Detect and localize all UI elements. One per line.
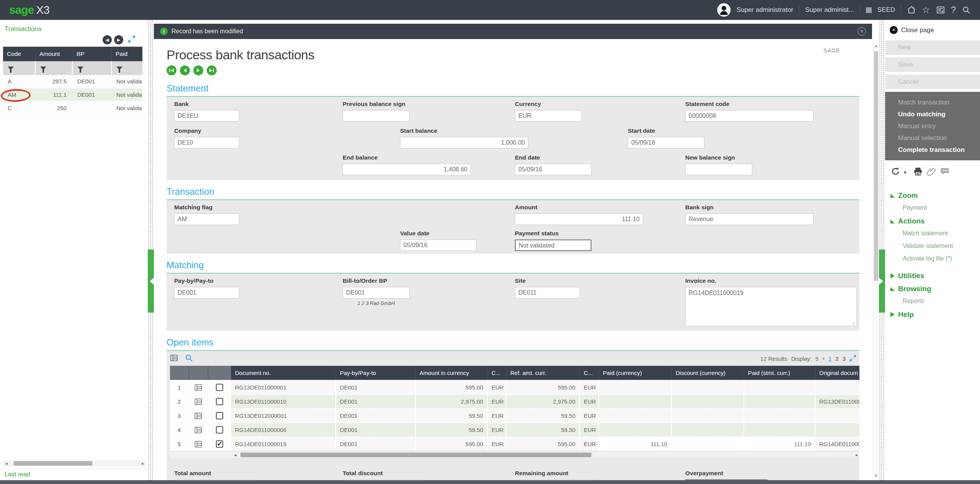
- col-header-ref-amt[interactable]: Ref. amt. curr.: [506, 366, 580, 380]
- col-header-amount-currency[interactable]: Amount in currency: [416, 366, 488, 380]
- next-record-icon[interactable]: [193, 65, 203, 77]
- previous-record-icon[interactable]: [180, 65, 190, 77]
- scrollbar-thumb[interactable]: [14, 461, 92, 466]
- col-header-code[interactable]: Code: [3, 47, 36, 61]
- scroll-left-icon[interactable]: ◂: [5, 461, 8, 466]
- close-page-button[interactable]: ✕ Close page: [885, 20, 980, 34]
- page-2[interactable]: 2: [835, 355, 838, 362]
- pay-by-field[interactable]: DE001: [174, 287, 239, 298]
- left-splitter[interactable]: [148, 20, 154, 480]
- col-header-paid-stmt[interactable]: Paid (stmt. curr.): [744, 366, 815, 380]
- user-role[interactable]: Super administ...: [805, 6, 854, 14]
- row-checkbox[interactable]: [216, 398, 223, 405]
- print-icon[interactable]: [913, 166, 923, 178]
- right-splitter[interactable]: [879, 20, 885, 480]
- invoice-no-textarea[interactable]: RG14DE011000019: [685, 287, 857, 326]
- matching-flag-field[interactable]: AM: [174, 213, 239, 225]
- row-checkbox[interactable]: [216, 412, 223, 419]
- browsing-section-header[interactable]: Browsing: [890, 285, 980, 293]
- match-transaction-item[interactable]: Match transaction: [885, 96, 980, 108]
- search-icon[interactable]: [962, 5, 971, 15]
- expand-grid-icon[interactable]: [849, 355, 856, 363]
- activate-log-file-link[interactable]: Activate log file (*): [890, 254, 980, 263]
- payment-link[interactable]: Payment: [890, 203, 980, 212]
- page-1[interactable]: 1: [828, 355, 831, 362]
- expand-panel-icon[interactable]: [128, 35, 136, 44]
- manual-selection-item[interactable]: Manual selection: [885, 132, 980, 144]
- right-splitter-grip[interactable]: [879, 249, 885, 313]
- row-detail-icon[interactable]: [189, 408, 208, 422]
- scroll-down-icon[interactable]: ▼: [873, 474, 879, 478]
- actions-section-header[interactable]: Actions: [890, 217, 980, 225]
- save-button[interactable]: Save: [885, 57, 980, 72]
- filter-icon[interactable]: [8, 67, 14, 70]
- match-statement-link[interactable]: Match statement: [890, 228, 980, 238]
- col-header-amount[interactable]: Amount: [36, 47, 73, 61]
- help-section-header[interactable]: Help: [890, 310, 980, 319]
- end-date-field[interactable]: 05/09/16: [515, 164, 591, 175]
- left-horizontal-scrollbar[interactable]: ◂ ▸: [3, 460, 145, 466]
- col-header-document-no[interactable]: Document no.: [231, 366, 336, 380]
- scrollbar-thumb[interactable]: [874, 51, 878, 281]
- attachment-paperclip-icon[interactable]: [926, 166, 936, 178]
- bank-sign-field[interactable]: Revenue: [685, 213, 813, 225]
- manual-entry-item[interactable]: Manual entry: [885, 120, 980, 132]
- col-header-discount[interactable]: Discount (currency): [672, 366, 744, 380]
- zoom-section-header[interactable]: Zoom: [890, 191, 980, 200]
- main-vertical-scrollbar[interactable]: ▲ ▼: [873, 42, 879, 479]
- open-item-row[interactable]: 1 RG13DE011000001 DE001 595.00 EUR 595.0…: [170, 380, 859, 394]
- page-3[interactable]: 3: [843, 355, 846, 362]
- end-balance-field[interactable]: 1,408.60: [343, 164, 471, 175]
- user-name[interactable]: Super administrator: [737, 6, 793, 14]
- table-horizontal-scrollbar[interactable]: ◂ ▸: [170, 451, 859, 458]
- currency-field[interactable]: EUR: [515, 110, 582, 122]
- scroll-up-icon[interactable]: ▲: [873, 44, 879, 48]
- row-checkbox-checked[interactable]: [216, 440, 223, 448]
- row-checkbox[interactable]: [216, 384, 223, 391]
- site-field[interactable]: DE011: [515, 287, 580, 298]
- display-caret-icon[interactable]: ▾: [822, 356, 825, 361]
- previous-balance-sign-field[interactable]: [343, 110, 410, 122]
- col-header-original-doc[interactable]: Original docum: [815, 366, 859, 380]
- remaining-amount-field[interactable]: [515, 479, 597, 480]
- table-row[interactable]: C 250 Not valida: [3, 102, 142, 115]
- complete-transaction-item[interactable]: Complete transaction: [885, 144, 980, 156]
- payment-status-field[interactable]: Not validated: [515, 240, 591, 251]
- total-amount-field[interactable]: 111.10: [174, 479, 256, 480]
- reports-link[interactable]: Reports: [890, 296, 980, 306]
- news-feed-icon[interactable]: [936, 5, 945, 15]
- row-detail-icon[interactable]: [189, 422, 208, 437]
- row-detail-icon[interactable]: [189, 380, 208, 394]
- validate-statement-link[interactable]: Validate statement: [890, 241, 980, 251]
- display-value[interactable]: 5: [815, 355, 818, 362]
- row-checkbox[interactable]: [216, 426, 223, 433]
- scrollbar-thumb[interactable]: [240, 453, 592, 457]
- utilities-section-header[interactable]: Utilities: [890, 272, 980, 280]
- filter-icon[interactable]: [77, 67, 83, 70]
- help-icon[interactable]: ?: [951, 5, 956, 15]
- cancel-button[interactable]: Cancel: [885, 75, 980, 89]
- table-row[interactable]: A 297.5 DE001 Not valida: [3, 75, 142, 88]
- endpoint-name[interactable]: SEED: [877, 6, 895, 14]
- scroll-left-icon[interactable]: ◂: [234, 453, 237, 458]
- favorites-star-icon[interactable]: ☆: [922, 5, 930, 15]
- scroll-right-icon[interactable]: ▸: [856, 453, 858, 458]
- statement-code-field[interactable]: 00000008: [685, 110, 813, 122]
- cell-paid-editable[interactable]: 111.10: [599, 437, 672, 451]
- left-splitter-grip[interactable]: [148, 249, 154, 313]
- next-record-icon[interactable]: ▶: [114, 35, 123, 44]
- undo-matching-item[interactable]: Undo matching: [885, 108, 980, 120]
- filter-icon[interactable]: [116, 67, 122, 70]
- last-record-icon[interactable]: [207, 65, 217, 77]
- new-button[interactable]: New: [885, 40, 980, 55]
- comment-bubble-icon[interactable]: [940, 166, 950, 178]
- bill-to-field[interactable]: DE001: [343, 287, 410, 298]
- start-date-field[interactable]: 05/09/16: [628, 137, 704, 148]
- last-read-link[interactable]: Last read: [0, 469, 148, 480]
- user-avatar[interactable]: [717, 3, 731, 17]
- refresh-icon[interactable]: [890, 166, 900, 178]
- col-header-cur2[interactable]: C...: [580, 366, 599, 380]
- cell-discount-editable[interactable]: [672, 437, 744, 451]
- banner-close-icon[interactable]: ✕: [858, 27, 866, 36]
- scroll-right-icon[interactable]: ▸: [142, 461, 144, 466]
